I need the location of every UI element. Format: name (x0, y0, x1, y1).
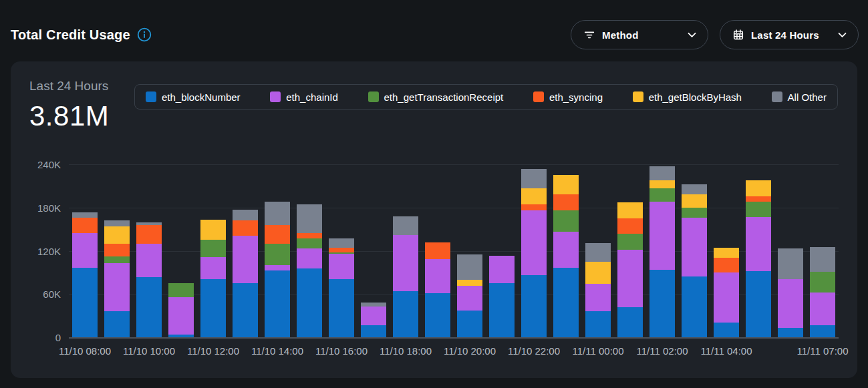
bar-segment-eth-chainid[interactable] (168, 297, 194, 335)
bar-segment-eth-blocknumber[interactable] (233, 283, 258, 337)
bar-segment-eth-chainid[interactable] (361, 307, 386, 325)
bar-segment-all-other[interactable] (329, 238, 354, 248)
bar-segment-eth-chainid[interactable] (617, 250, 643, 307)
bar-segment-eth-blocknumber[interactable] (104, 311, 130, 337)
bar-segment-eth-blocknumber[interactable] (617, 307, 643, 337)
bar-segment-all-other[interactable] (682, 184, 707, 194)
stacked-bar[interactable] (72, 164, 98, 337)
bar-segment-all-other[interactable] (104, 220, 130, 226)
bar-segment-eth-blocknumber[interactable] (393, 291, 418, 337)
bar-segment-eth-getblockbyhash[interactable] (553, 175, 579, 194)
bar-segment-eth-blocknumber[interactable] (649, 270, 675, 337)
bar-segment-eth-chainid[interactable] (265, 265, 290, 270)
legend-item-eth-chainid[interactable]: eth_chainId (270, 91, 338, 103)
stacked-bar[interactable] (233, 164, 258, 337)
bar-segment-eth-chainid[interactable] (104, 263, 130, 311)
legend-item-eth-syncing[interactable]: eth_syncing (533, 91, 603, 103)
bar-segment-eth-syncing[interactable] (136, 225, 162, 244)
bar-segment-eth-syncing[interactable] (233, 220, 258, 236)
bar-segment-eth-chainid[interactable] (778, 279, 803, 328)
bar-segment-eth-chainid[interactable] (425, 259, 450, 293)
bar-segment-eth-chainid[interactable] (714, 272, 739, 323)
legend-item-eth-gettransactionreceipt[interactable]: eth_getTransactionReceipt (368, 91, 504, 103)
bar-segment-eth-getblockbyhash[interactable] (714, 248, 739, 258)
bar-segment-all-other[interactable] (521, 169, 547, 188)
bar-segment-eth-getblockbyhash[interactable] (682, 194, 707, 207)
bar-segment-eth-blocknumber[interactable] (200, 279, 226, 337)
bar-segment-eth-chainid[interactable] (136, 244, 162, 278)
stacked-bar[interactable] (136, 164, 162, 337)
bar-segment-eth-gettransactionreceipt[interactable] (617, 234, 643, 250)
bar-segment-eth-blocknumber[interactable] (425, 293, 450, 337)
bar-segment-eth-blocknumber[interactable] (746, 271, 771, 337)
stacked-bar[interactable] (714, 164, 739, 337)
bar-segment-eth-syncing[interactable] (104, 244, 130, 256)
legend-item-all-other[interactable]: All Other (772, 91, 827, 103)
bar-segment-eth-syncing[interactable] (265, 225, 290, 244)
bar-segment-all-other[interactable] (72, 212, 98, 218)
bar-segment-eth-getblockbyhash[interactable] (521, 188, 547, 205)
bar-segment-eth-getblockbyhash[interactable] (585, 262, 611, 284)
bar-segment-eth-getblockbyhash[interactable] (200, 220, 226, 240)
bar-segment-eth-gettransactionreceipt[interactable] (553, 210, 579, 232)
bar-segment-eth-chainid[interactable] (746, 217, 771, 271)
stacked-bar[interactable] (489, 164, 515, 337)
bar-segment-eth-gettransactionreceipt[interactable] (104, 256, 130, 263)
bar-segment-eth-gettransactionreceipt[interactable] (265, 244, 290, 265)
bar-segment-all-other[interactable] (457, 254, 482, 280)
bar-segment-eth-gettransactionreceipt[interactable] (810, 272, 835, 293)
bar-segment-all-other[interactable] (265, 202, 290, 225)
stacked-bar[interactable] (682, 164, 707, 337)
info-icon[interactable] (137, 27, 152, 42)
bar-segment-eth-getblockbyhash[interactable] (104, 226, 130, 244)
bar-segment-eth-blocknumber[interactable] (714, 323, 739, 337)
stacked-bar[interactable] (265, 164, 290, 337)
bar-segment-eth-blocknumber[interactable] (265, 270, 290, 337)
bar-segment-all-other[interactable] (778, 248, 803, 278)
bar-segment-eth-blocknumber[interactable] (682, 276, 707, 337)
bar-segment-eth-blocknumber[interactable] (361, 325, 386, 337)
bar-segment-eth-gettransactionreceipt[interactable] (168, 283, 194, 297)
bar-segment-eth-syncing[interactable] (553, 194, 579, 210)
stacked-bar[interactable] (746, 164, 771, 337)
legend-item-eth-getblockbyhash[interactable]: eth_getBlockByHash (633, 91, 742, 103)
bar-segment-eth-blocknumber[interactable] (457, 311, 482, 337)
bar-segment-eth-chainid[interactable] (457, 286, 482, 311)
bar-segment-eth-chainid[interactable] (329, 254, 354, 279)
bar-segment-eth-chainid[interactable] (521, 210, 547, 275)
stacked-bar[interactable] (393, 164, 418, 337)
bar-segment-eth-syncing[interactable] (297, 233, 322, 239)
bar-segment-eth-chainid[interactable] (810, 293, 835, 325)
bar-segment-eth-gettransactionreceipt[interactable] (746, 202, 771, 217)
stacked-bar[interactable] (104, 164, 130, 337)
stacked-bar[interactable] (425, 164, 450, 337)
bar-segment-eth-syncing[interactable] (714, 258, 739, 272)
stacked-bar[interactable] (617, 164, 643, 337)
bar-segment-eth-syncing[interactable] (521, 204, 547, 210)
stacked-bar[interactable] (521, 164, 547, 337)
bar-segment-eth-blocknumber[interactable] (810, 325, 835, 337)
bar-segment-eth-blocknumber[interactable] (168, 335, 194, 337)
bar-segment-eth-chainid[interactable] (585, 284, 611, 311)
bar-segment-eth-gettransactionreceipt[interactable] (649, 188, 675, 202)
bar-segment-eth-blocknumber[interactable] (585, 311, 611, 337)
bar-segment-eth-chainid[interactable] (393, 235, 418, 291)
bar-segment-eth-gettransactionreceipt[interactable] (682, 208, 707, 218)
time-range-dropdown[interactable]: Last 24 Hours (720, 20, 859, 49)
bar-segment-eth-syncing[interactable] (617, 218, 643, 234)
stacked-bar[interactable] (200, 164, 226, 337)
bar-segment-eth-getblockbyhash[interactable] (617, 202, 643, 218)
bar-segment-eth-blocknumber[interactable] (136, 277, 162, 337)
bar-segment-all-other[interactable] (810, 247, 835, 272)
stacked-bar[interactable] (361, 164, 386, 337)
bar-segment-eth-chainid[interactable] (72, 233, 98, 268)
bar-segment-eth-gettransactionreceipt[interactable] (297, 238, 322, 248)
bar-segment-eth-getblockbyhash[interactable] (649, 180, 675, 188)
stacked-bar[interactable] (457, 164, 482, 337)
stacked-bar[interactable] (778, 164, 803, 337)
stacked-bar[interactable] (585, 164, 611, 337)
stacked-bar[interactable] (329, 164, 354, 337)
stacked-bar[interactable] (168, 164, 194, 337)
bar-segment-eth-chainid[interactable] (489, 256, 515, 283)
bar-segment-eth-chainid[interactable] (297, 248, 322, 268)
